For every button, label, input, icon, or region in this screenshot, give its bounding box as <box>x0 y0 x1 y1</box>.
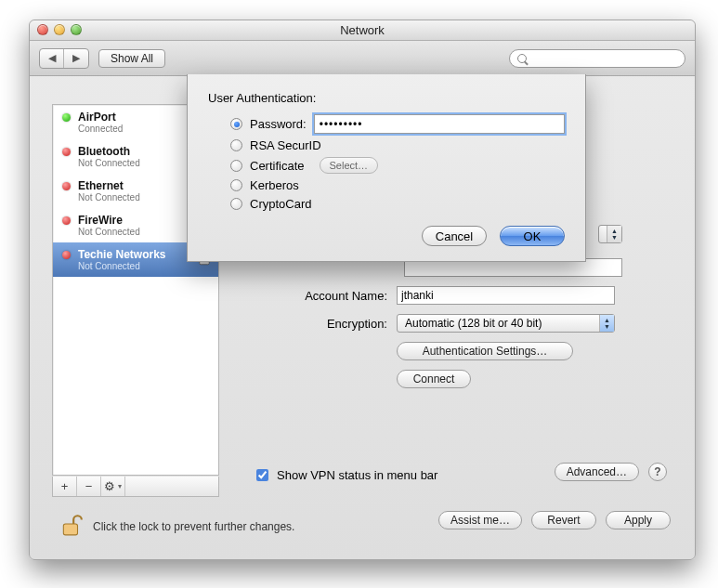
radio-certificate[interactable] <box>230 160 242 172</box>
sidebar-toolbar: + − <box>52 477 219 497</box>
title-bar: Network <box>30 20 695 41</box>
revert-button[interactable]: Revert <box>531 511 596 529</box>
status-dot-icon <box>62 216 71 225</box>
sidebar-toolbar-spacer <box>125 477 218 496</box>
auth-option-securid[interactable]: RSA SecurID <box>230 138 565 152</box>
row-connect: Connect <box>239 370 676 388</box>
authentication-sheet: User Authentication: Password: RSA Secur… <box>187 74 586 262</box>
apply-button[interactable]: Apply <box>606 511 671 529</box>
updown-arrows-icon: ▲▼ <box>599 315 614 332</box>
zoom-window-button[interactable] <box>71 24 82 35</box>
service-status: Connected <box>78 124 123 134</box>
service-name: Ethernet <box>78 179 140 192</box>
radio-securid[interactable] <box>230 139 242 151</box>
cancel-button[interactable]: Cancel <box>422 226 487 246</box>
unlocked-lock-icon[interactable] <box>59 513 84 540</box>
search-input[interactable] <box>532 51 677 66</box>
account-name-field[interactable] <box>397 286 615 305</box>
updown-arrows-icon: ▲▼ <box>607 226 621 242</box>
status-dot-icon <box>62 113 71 122</box>
auth-option-kerberos[interactable]: Kerberos <box>230 178 565 192</box>
advanced-button[interactable]: Advanced… <box>555 463 639 481</box>
svg-rect-1 <box>63 524 77 535</box>
status-dot-icon <box>62 148 71 156</box>
auth-option-certificate[interactable]: Certificate Select… <box>230 157 565 174</box>
toolbar: ◀ ▶ Show All <box>30 41 695 76</box>
network-preferences-window: Network ◀ ▶ Show All AirPort Connected <box>29 20 696 560</box>
history-segmented-control: ◀ ▶ <box>39 48 89 69</box>
assist-me-button[interactable]: Assist me… <box>438 511 522 529</box>
search-icon <box>517 54 527 63</box>
radio-password-label: Password: <box>250 117 307 131</box>
radio-securid-label: RSA SecurID <box>250 138 321 152</box>
row-encryption: Encryption: Automatic (128 bit or 40 bit… <box>239 314 676 333</box>
commit-buttons: Assist me… Revert Apply <box>438 511 671 529</box>
close-window-button[interactable] <box>37 24 48 35</box>
window-title: Network <box>340 23 385 37</box>
service-status: Not Connected <box>78 261 165 271</box>
help-button[interactable]: ? <box>648 463 667 481</box>
ok-button[interactable]: OK <box>500 226 565 246</box>
minimize-window-button[interactable] <box>54 24 65 35</box>
row-auth-settings: Authentication Settings… <box>239 342 676 360</box>
sheet-buttons: Cancel OK <box>208 226 565 246</box>
service-name: AirPort <box>78 111 123 124</box>
sheet-heading: User Authentication: <box>208 91 565 105</box>
service-status: Not Connected <box>78 158 140 168</box>
forward-button[interactable]: ▶ <box>64 49 88 68</box>
add-service-button[interactable]: + <box>53 477 77 496</box>
connect-button[interactable]: Connect <box>397 370 471 388</box>
service-actions-button[interactable] <box>101 477 125 496</box>
auth-option-cryptocard[interactable]: CryptoCard <box>230 197 565 211</box>
service-name: Bluetooth <box>78 145 140 158</box>
row-account-name: Account Name: <box>239 286 676 305</box>
radio-certificate-label: Certificate <box>250 159 305 173</box>
show-vpn-status-row: Show VPN status in menu bar <box>253 466 437 484</box>
window-controls <box>37 24 82 35</box>
back-button[interactable]: ◀ <box>40 49 64 68</box>
account-name-label: Account Name: <box>239 289 397 303</box>
search-field[interactable] <box>509 49 685 68</box>
status-dot-icon <box>62 251 71 259</box>
encryption-popup[interactable]: Automatic (128 bit or 40 bit) ▲▼ <box>397 314 615 333</box>
auth-option-password[interactable]: Password: <box>230 114 565 134</box>
show-vpn-status-label: Show VPN status in menu bar <box>277 468 437 482</box>
lock-text: Click the lock to prevent further change… <box>93 520 294 533</box>
lock-row: Click the lock to prevent further change… <box>59 513 294 540</box>
service-name: FireWire <box>78 214 140 227</box>
show-vpn-status-checkbox[interactable] <box>256 469 268 481</box>
radio-kerberos-label: Kerberos <box>250 178 299 192</box>
password-field[interactable] <box>314 114 565 134</box>
encryption-value: Automatic (128 bit or 40 bit) <box>405 317 542 330</box>
authentication-settings-button[interactable]: Authentication Settings… <box>397 342 573 360</box>
show-all-button[interactable]: Show All <box>98 49 165 68</box>
radio-password[interactable] <box>230 118 242 130</box>
radio-kerberos[interactable] <box>230 179 242 191</box>
service-name: Techie Networks <box>78 248 165 261</box>
service-status: Not Connected <box>78 227 140 237</box>
service-status: Not Connected <box>78 192 140 203</box>
configuration-popup[interactable]: ▲▼ <box>598 225 622 243</box>
status-dot-icon <box>62 182 71 190</box>
radio-cryptocard-label: CryptoCard <box>250 197 311 211</box>
footer-right-controls: Advanced… ? <box>555 463 667 481</box>
remove-service-button[interactable]: − <box>77 477 101 496</box>
radio-cryptocard[interactable] <box>230 198 242 210</box>
encryption-label: Encryption: <box>239 317 397 331</box>
select-certificate-button[interactable]: Select… <box>320 157 379 174</box>
